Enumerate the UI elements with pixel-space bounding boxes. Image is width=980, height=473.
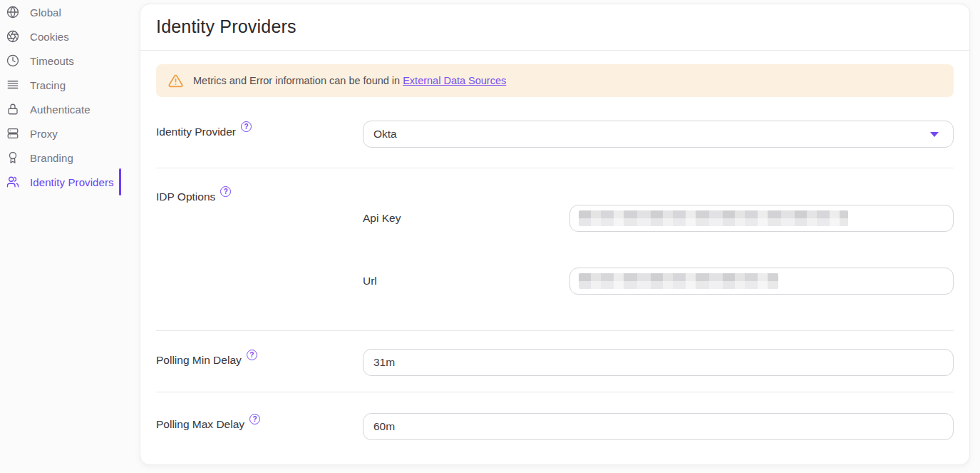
identity-provider-selected-value: Okta	[373, 128, 397, 141]
sidebar-item-proxy[interactable]: Proxy	[0, 121, 140, 146]
sidebar-item-label: Tracing	[30, 79, 66, 91]
globe-icon	[6, 6, 19, 19]
server-icon	[6, 127, 19, 140]
page-title: Identity Providers	[156, 16, 954, 37]
sidebar-item-cookies[interactable]: Cookies	[0, 24, 140, 49]
external-data-sources-link[interactable]: External Data Sources	[403, 75, 506, 86]
redacted-value	[579, 210, 848, 226]
polling-max-delay-label-wrap: Polling Max Delay	[156, 413, 363, 431]
help-icon[interactable]	[241, 121, 252, 132]
help-icon[interactable]	[247, 350, 257, 360]
warning-triangle-icon	[168, 73, 183, 88]
polling-max-delay-input[interactable]	[363, 413, 954, 440]
api-key-field-row: Api Key	[363, 205, 954, 232]
lock-icon	[6, 103, 19, 116]
polling-max-delay-label: Polling Max Delay	[156, 417, 244, 431]
sidebar-item-timeouts[interactable]: Timeouts	[0, 49, 140, 73]
help-icon[interactable]	[249, 414, 260, 424]
identity-providers-panel: Identity Providers Metrics and Error inf…	[140, 4, 970, 465]
identity-provider-label-wrap: Identity Provider	[156, 121, 363, 138]
sidebar-item-label: Cookies	[30, 31, 69, 43]
sidebar-item-label: Branding	[30, 152, 73, 164]
banner-message: Metrics and Error information can be fou…	[193, 75, 400, 86]
redacted-value	[579, 273, 778, 289]
url-control	[569, 268, 954, 295]
sidebar-item-branding[interactable]: Branding	[0, 146, 140, 170]
api-key-control	[569, 205, 954, 232]
sidebar-item-identity-providers[interactable]: Identity Providers	[0, 170, 140, 194]
metrics-warning-banner: Metrics and Error information can be fou…	[156, 64, 954, 97]
chevron-down-icon	[930, 132, 939, 137]
aperture-icon	[6, 30, 19, 43]
api-key-label: Api Key	[363, 212, 569, 225]
award-icon	[6, 151, 19, 164]
idp-options-label-wrap: IDP Options	[156, 190, 363, 203]
idp-options-fields: Api Key Url	[363, 190, 954, 330]
idp-options-row: IDP Options Api Key Url	[156, 168, 954, 331]
identity-provider-label: Identity Provider	[156, 125, 236, 138]
polling-max-delay-row: Polling Max Delay	[156, 392, 954, 440]
polling-min-delay-input[interactable]	[363, 349, 954, 376]
identity-provider-select[interactable]: Okta	[363, 121, 954, 148]
sidebar-item-label: Timeouts	[30, 55, 74, 67]
settings-sidebar: Global Cookies Timeouts Tracing Authenti…	[0, 0, 140, 194]
identity-provider-row: Identity Provider Okta	[156, 97, 954, 168]
sidebar-item-label: Proxy	[30, 128, 58, 140]
polling-min-delay-label-wrap: Polling Min Delay	[156, 349, 363, 367]
sidebar-item-label: Authenticate	[30, 103, 91, 116]
clock-icon	[6, 54, 19, 67]
panel-content: Metrics and Error information can be fou…	[140, 64, 969, 440]
sidebar-item-tracing[interactable]: Tracing	[0, 73, 140, 97]
api-key-input[interactable]	[569, 205, 954, 232]
sidebar-item-global[interactable]: Global	[0, 0, 140, 24]
url-field-row: Url	[363, 268, 954, 295]
help-icon[interactable]	[220, 186, 231, 197]
lines-icon	[6, 78, 19, 91]
polling-max-delay-control	[363, 413, 954, 440]
panel-header: Identity Providers	[140, 4, 969, 51]
banner-text: Metrics and Error information can be fou…	[193, 75, 506, 86]
users-icon	[6, 176, 19, 188]
sidebar-item-label: Global	[30, 6, 61, 19]
polling-min-delay-control	[363, 349, 954, 376]
polling-min-delay-label: Polling Min Delay	[156, 353, 242, 367]
sidebar-item-label: Identity Providers	[30, 176, 114, 188]
url-input[interactable]	[569, 268, 954, 295]
identity-provider-control: Okta	[363, 121, 954, 148]
sidebar-item-authenticate[interactable]: Authenticate	[0, 97, 140, 121]
polling-min-delay-row: Polling Min Delay	[156, 331, 954, 392]
idp-options-label: IDP Options	[156, 190, 215, 203]
url-label: Url	[363, 275, 569, 288]
